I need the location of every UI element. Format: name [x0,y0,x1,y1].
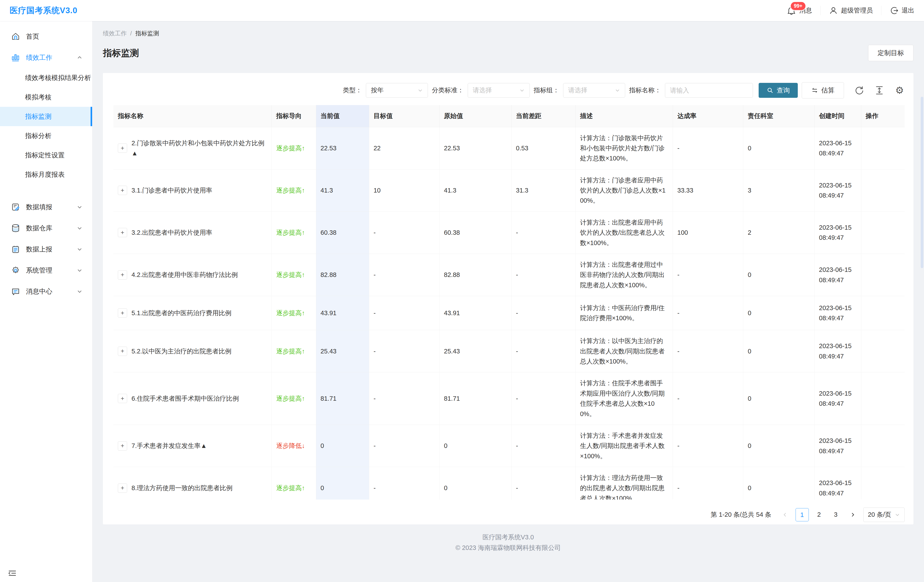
chevron-up-icon [77,55,82,61]
expand-row-button[interactable]: + [118,143,127,153]
sidebar-item-data-fill[interactable]: 数据填报 [0,196,92,218]
next-page-icon[interactable] [846,509,859,521]
chevron-down-icon [77,289,82,294]
cell-direction: 逐步提高↑ [272,254,316,296]
group-select[interactable]: 请选择 [563,83,625,97]
column-height-icon[interactable] [874,85,884,96]
expand-row-button[interactable]: + [118,346,127,356]
expand-row-button[interactable]: + [118,394,127,403]
sidebar-item-result-analysis[interactable]: 绩效考核模拟结果分析 [0,68,92,87]
logout-button[interactable]: 退出 [890,6,914,15]
expand-row-button[interactable]: + [118,228,127,237]
cell-gap: 31.3 [512,169,576,211]
cell-dept: 0 [743,330,815,372]
column-header-action: 操作 [861,105,905,127]
cell-action [861,211,905,254]
sidebar-item-system[interactable]: 系统管理 [0,260,92,281]
page-number-2[interactable]: 2 [813,508,825,521]
prev-page-icon[interactable] [779,509,791,521]
column-header-rate: 达成率 [673,105,743,127]
column-header-current: 当前值 [316,105,369,127]
page-body: 首页绩效工作绩效考核模拟结果分析模拟考核指标监测指标分析指标定性设置指标月度报表… [0,21,924,582]
column-header-target: 目标值 [369,105,439,127]
cell-desc: 计算方法：出院患者应用中药饮片的人次数/出院患者总人次数×100%。 [576,211,673,254]
cell-original: 81.71 [439,372,511,425]
indicator-name: 4.2.出院患者使用中医非药物疗法比例 [132,270,238,280]
sidebar-item-data-report[interactable]: 数据上报 [0,239,92,260]
type-select[interactable]: 按年 [366,83,428,97]
page-head: 指标监测 定制目标 [103,45,913,61]
cell-original: 0 [439,425,511,467]
main-content: 绩效工作 / 指标监测 指标监测 定制目标 类型： 按年 分类标准： 请选择 [92,21,924,582]
breadcrumb-parent[interactable]: 绩效工作 [103,30,127,37]
cell-current: 0 [316,425,369,467]
sidebar-item-indicator-monitor[interactable]: 指标监测 [0,107,92,126]
cell-name: +3.2.出院患者中药饮片使用率 [114,211,272,254]
header-right: 99+ 消息 超级管理员 退出 [787,6,914,15]
cell-current: 41.3 [316,169,369,211]
cell-dept: 2 [743,211,815,254]
indicator-name-input[interactable] [665,83,753,97]
user-menu[interactable]: 超级管理员 [829,6,873,15]
scrollbar-thumb[interactable] [921,97,923,268]
content-card: 类型： 按年 分类标准： 请选择 指标组： 请选择 指标名 [103,73,913,524]
indicator-name: 7.手术患者并发症发生率▲ [132,441,207,451]
chevron-down-icon [77,267,82,273]
cell-desc: 计算方法：手术患者并发症发生人数/同期出院患者手术人数×100%。 [576,425,673,467]
sidebar-item-mock-assessment[interactable]: 模拟考核 [0,87,92,107]
cell-created: 2023-06-15 08:49:47 [815,169,861,211]
expand-row-button[interactable]: + [118,270,127,280]
page-number-1[interactable]: 1 [795,508,809,521]
sidebar-item-data-warehouse[interactable]: 数据仓库 [0,218,92,239]
sidebar-item-indicator-monthly[interactable]: 指标月度报表 [0,165,92,184]
database-icon [11,224,20,233]
page-number-3[interactable]: 3 [830,508,842,521]
sidebar-item-indicator-analysis[interactable]: 指标分析 [0,126,92,145]
cell-dept: 0 [743,254,815,296]
indicator-name: 6.住院手术患者围手术期中医治疗比例 [132,393,239,404]
indicator-name: 5.2.以中医为主治疗的出院患者比例 [132,346,231,356]
estimate-button[interactable]: 估算 [802,82,844,99]
query-button[interactable]: 查询 [759,83,798,98]
indicator-table: 指标名称指标导向当前值目标值原始值当前差距描述达成率责任科室创建时间操作 +2.… [114,105,905,500]
cell-action [861,467,905,500]
expand-row-button[interactable]: + [118,308,127,318]
expand-row-button[interactable]: + [118,483,127,493]
indicator-name-label: 指标名称： [629,86,661,95]
custom-target-button[interactable]: 定制目标 [868,45,913,61]
cell-direction: 逐步提高↑ [272,467,316,500]
indicator-name: 5.1.出院患者的中医药治疗费用比例 [132,308,231,318]
column-header-direction: 指标导向 [272,105,316,127]
cell-action [861,169,905,211]
sidebar-item-home[interactable]: 首页 [0,26,92,47]
direction-up: 逐步提高↑ [276,229,305,236]
expand-row-button[interactable]: + [118,186,127,195]
menu-group-gap [0,184,92,196]
cell-original: 0 [439,467,511,500]
settings-gear-icon[interactable]: ⚙ [894,85,905,96]
page-size-value: 20 条/页 [868,510,891,519]
cell-gap: - [512,467,576,500]
sidebar-item-indicator-qualitative[interactable]: 指标定性设置 [0,145,92,165]
refresh-icon[interactable] [854,85,864,96]
cell-desc: 计算方法：理法方药使用一致的出院患者人次数/同期出院患者总人次数×100%。 [576,467,673,500]
cell-dept: 0 [743,372,815,425]
messages-button[interactable]: 99+ 消息 [787,6,812,15]
expand-row-button[interactable]: + [118,441,127,450]
direction-up: 逐步提高↑ [276,485,305,491]
sidebar-item-performance[interactable]: 绩效工作 [0,47,92,68]
logout-icon [890,6,899,15]
cell-dept: 0 [743,127,815,169]
cell-created: 2023-06-15 08:49:47 [815,211,861,254]
cell-rate: 100 [673,211,743,254]
page-size-select[interactable]: 20 条/页 [863,508,905,522]
category-select[interactable]: 请选择 [468,83,530,97]
sidebar-item-label: 首页 [26,32,39,41]
cell-dept: 3 [743,169,815,211]
swap-arrows-icon [811,87,818,94]
cell-action [861,330,905,372]
sidebar-collapse-icon[interactable] [7,568,17,578]
sidebar-item-message-center[interactable]: 消息中心 [0,281,92,302]
sidebar-item-label: 系统管理 [26,266,52,275]
cell-dept: 0 [743,467,815,500]
